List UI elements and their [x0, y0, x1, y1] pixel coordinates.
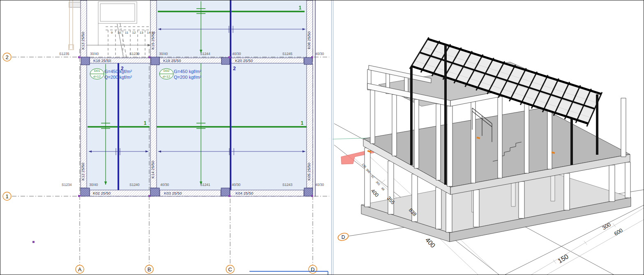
iso-viewport[interactable]	[332, 0, 644, 275]
cad-application-window: K13 25/50K15 25/50K06 25/50K12 25/50K14 …	[0, 0, 644, 275]
plan-viewport[interactable]	[0, 0, 329, 275]
